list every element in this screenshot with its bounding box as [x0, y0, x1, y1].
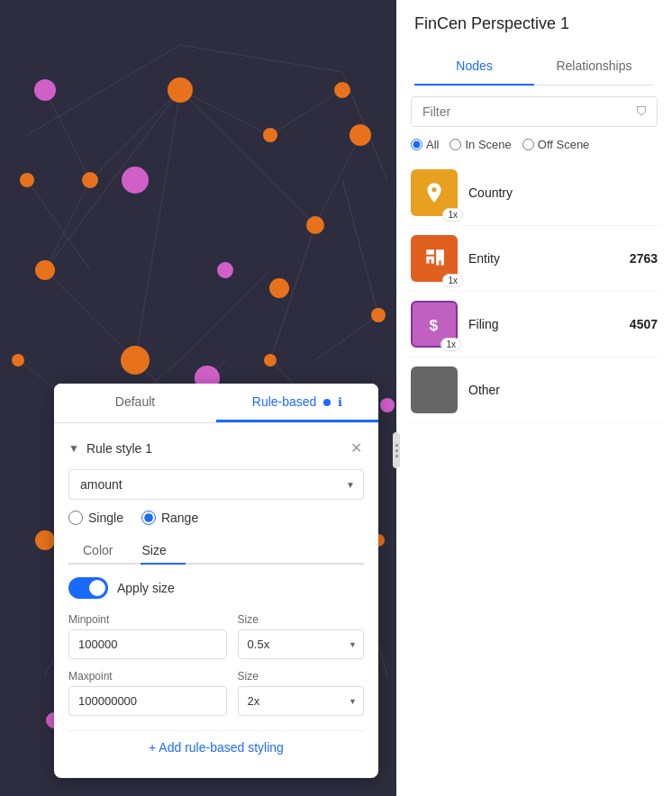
field-dropdown-wrapper: amount count date name	[68, 469, 364, 500]
svg-point-40	[264, 354, 277, 366]
svg-point-69	[380, 398, 395, 412]
entity-count-area: 2763	[630, 251, 658, 266]
filter-row: ⛉	[411, 96, 658, 127]
svg-point-35	[168, 77, 193, 103]
collapse-dot-2	[395, 449, 398, 452]
field-dropdown[interactable]: amount count date name	[68, 469, 364, 500]
svg-point-56	[34, 79, 56, 101]
tab-color[interactable]: Color	[68, 538, 127, 565]
filing-count-area: 4507	[630, 317, 658, 331]
radio-range[interactable]: Range	[141, 511, 198, 525]
filing-count: 4507	[630, 317, 658, 331]
scene-radio-off-scene[interactable]: Off Scene	[522, 138, 590, 151]
filing-name: Filing	[468, 317, 498, 331]
radio-range-input[interactable]	[141, 511, 156, 525]
scene-radio-in-scene[interactable]: In Scene	[450, 138, 511, 151]
minpoint-row: Minpoint Size 0.5x 1x 1.5x 2x	[68, 613, 364, 659]
country-name: Country	[468, 185, 513, 200]
filing-info: Filing	[468, 316, 619, 332]
minpoint-size-select[interactable]: 0.5x 1x 1.5x 2x	[238, 629, 364, 659]
apply-size-toggle[interactable]	[68, 577, 108, 599]
color-size-tabs: Color Size	[68, 538, 364, 565]
svg-point-41	[35, 260, 55, 280]
svg-point-46	[12, 354, 24, 366]
minpoint-size-group: Size 0.5x 1x 1.5x 2x	[238, 613, 364, 659]
scene-radio-off-scene-input[interactable]	[522, 139, 534, 150]
svg-point-38	[350, 124, 371, 146]
svg-point-52	[82, 172, 98, 188]
tab-size[interactable]: Size	[127, 538, 180, 565]
tab-rule-based[interactable]: Rule-based ℹ	[216, 384, 378, 422]
maxpoint-input[interactable]	[68, 686, 227, 716]
maxpoint-size-dropdown-wrapper: 0.5x 1x 1.5x 2x	[238, 686, 364, 716]
collapse-dot-1	[395, 444, 398, 447]
node-item-filing[interactable]: $ 1x Filing 4507	[407, 292, 661, 357]
radio-single[interactable]: Single	[68, 511, 123, 525]
scene-filter-group: All In Scene Off Scene	[396, 138, 672, 151]
filter-input[interactable]	[412, 97, 626, 126]
info-icon[interactable]: ℹ	[338, 395, 342, 409]
other-name: Other	[468, 383, 500, 397]
location-icon	[422, 181, 446, 204]
node-list: 1x Country 1x Entity 2763	[396, 160, 672, 796]
node-item-other[interactable]: Other	[407, 357, 661, 423]
node-item-country[interactable]: 1x Country	[407, 160, 661, 226]
close-rule-button[interactable]: ✕	[349, 438, 364, 458]
building-icon	[422, 247, 446, 270]
minpoint-label: Minpoint	[68, 613, 227, 626]
minpoint-size-label: Size	[238, 613, 364, 626]
scene-radio-all[interactable]: All	[411, 138, 439, 151]
maxpoint-size-label: Size	[238, 670, 364, 683]
svg-text:$: $	[430, 316, 439, 334]
entity-badge: 1x	[442, 274, 463, 287]
maxpoint-label: Maxpoint	[68, 670, 227, 683]
tab-nodes[interactable]: Nodes	[414, 48, 534, 86]
svg-point-48	[35, 530, 55, 550]
maxpoint-size-group: Size 0.5x 1x 1.5x 2x	[238, 670, 364, 716]
add-rule-button[interactable]: + Add rule-based styling	[68, 730, 364, 764]
entity-name: Entity	[468, 251, 500, 266]
style-tabs: Default Rule-based ℹ	[54, 384, 378, 423]
dollar-icon: $	[422, 312, 446, 336]
maxpoint-row: Maxpoint Size 0.5x 1x 1.5x 2x	[68, 670, 364, 716]
svg-point-39	[121, 346, 150, 375]
tab-relationships[interactable]: Relationships	[534, 48, 654, 86]
panel-collapse-handle[interactable]	[393, 432, 400, 468]
right-panel-header: FinCen Perspective 1 Nodes Relationships	[396, 0, 672, 86]
svg-point-54	[269, 278, 289, 298]
minpoint-size-dropdown-wrapper: 0.5x 1x 1.5x 2x	[238, 629, 364, 659]
svg-point-58	[217, 262, 233, 278]
panel-tabs: Nodes Relationships	[414, 48, 654, 86]
svg-point-57	[122, 167, 149, 194]
minpoint-input[interactable]	[68, 629, 227, 659]
svg-point-47	[371, 308, 386, 322]
style-panel: Default Rule-based ℹ ▼ Rule style 1 ✕ am…	[54, 384, 378, 778]
tab-default[interactable]: Default	[54, 384, 216, 422]
filter-funnel-icon[interactable]: ⛉	[626, 97, 657, 126]
filing-badge: 1x	[440, 338, 461, 351]
toggle-slider	[68, 577, 108, 599]
maxpoint-group: Maxpoint	[68, 670, 227, 716]
maxpoint-size-select[interactable]: 0.5x 1x 1.5x 2x	[238, 686, 364, 716]
svg-point-36	[306, 216, 324, 234]
apply-size-label: Apply size	[117, 581, 175, 595]
rule-style-title: ▼ Rule style 1	[68, 441, 152, 456]
tab-size-indicator	[141, 563, 186, 565]
collapse-dot-3	[395, 455, 398, 457]
right-panel: FinCen Perspective 1 Nodes Relationships…	[396, 0, 672, 796]
scene-radio-in-scene-input[interactable]	[450, 139, 461, 150]
perspective-title: FinCen Perspective 1	[414, 14, 654, 33]
apply-size-row: Apply size	[68, 577, 364, 599]
node-icon-filing: $ 1x	[411, 301, 458, 348]
node-icon-country: 1x	[411, 169, 458, 216]
graph-panel: Default Rule-based ℹ ▼ Rule style 1 ✕ am…	[0, 0, 396, 796]
single-range-radio-group: Single Range	[68, 511, 364, 525]
style-panel-body: ▼ Rule style 1 ✕ amount count date name …	[54, 423, 378, 778]
entity-info: Entity	[468, 250, 619, 267]
node-icon-other	[411, 366, 458, 413]
scene-radio-all-input[interactable]	[411, 139, 422, 150]
collapse-icon[interactable]: ▼	[68, 442, 79, 455]
radio-single-input[interactable]	[68, 511, 83, 525]
node-item-entity[interactable]: 1x Entity 2763	[407, 226, 661, 292]
active-indicator-dot	[323, 399, 331, 406]
